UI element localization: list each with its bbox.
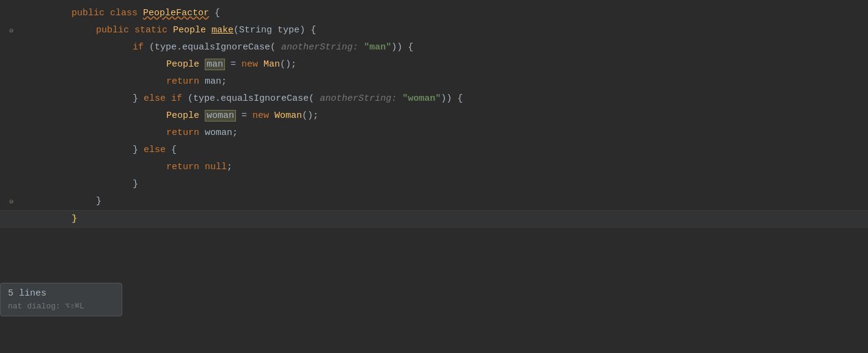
semicolon-3: ; [227, 162, 232, 172]
keyword-new: new [241, 59, 263, 70]
keyword-return-3: return [166, 162, 205, 172]
line-content-13: } [24, 194, 77, 245]
fold-icon-12[interactable]: ⊖ [9, 197, 13, 206]
hint-another-string-2: anotherString: [314, 93, 402, 104]
assign-2: = [236, 111, 252, 121]
code-area: public class PeopleFactor { ⊖ public sta… [0, 0, 868, 233]
tooltip: 5 lines nat dialog: ⌥⇧⌘L [0, 283, 122, 316]
semicolon-2: ; [232, 128, 238, 138]
code-line-12: ⊖ } [0, 193, 868, 210]
fold-icon-2[interactable]: ⊖ [9, 26, 13, 35]
double-paren-close-brace-2: )) { [441, 93, 463, 104]
tooltip-line1: 5 lines [8, 288, 114, 299]
var-woman-return: woman [205, 128, 232, 138]
string-man: "man" [364, 42, 391, 53]
keyword-null: null [205, 162, 227, 172]
constructor-call: (); [280, 59, 296, 70]
class-woman: Woman [274, 111, 302, 121]
double-paren-close-brace: )) { [391, 42, 413, 53]
code-line-11: } [0, 176, 868, 193]
closing-brace: } [72, 214, 77, 224]
brace-close-4: } [96, 196, 101, 206]
code-line-13: } [0, 211, 868, 228]
code-editor: public class PeopleFactor { ⊖ public sta… [0, 0, 868, 353]
tooltip-line2: nat dialog: ⌥⇧⌘L [8, 301, 114, 311]
brace-close-3: } [133, 179, 138, 189]
keyword-new-2: new [252, 111, 274, 121]
constructor-call-2: (); [302, 111, 318, 121]
class-man: Man [263, 59, 280, 70]
string-woman: "woman" [402, 93, 441, 104]
assign: = [225, 59, 241, 70]
